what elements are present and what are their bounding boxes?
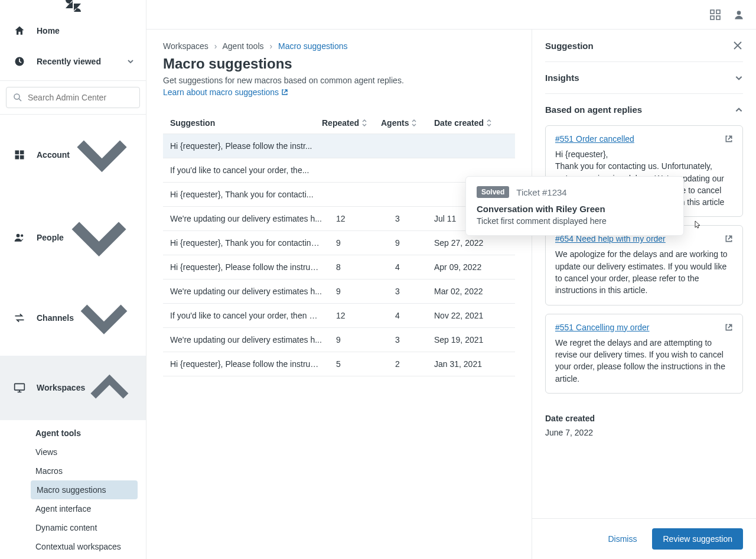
- cell-agents: [381, 141, 434, 151]
- subnav-views[interactable]: Views: [0, 443, 138, 462]
- cell-suggestion: Hi {requester}, Please follow the instr.…: [170, 141, 322, 151]
- reply-cards: #551 Order cancelledHi {requester},Thank…: [545, 125, 743, 394]
- subnav-macros[interactable]: Macros: [0, 462, 138, 480]
- table-row[interactable]: We're updating our delivery estimates h.…: [163, 280, 515, 304]
- subnav-macro-suggestions[interactable]: Macro suggestions: [31, 480, 138, 499]
- search-icon: [12, 92, 23, 103]
- sort-icon: [411, 119, 417, 127]
- search-wrap: [0, 80, 146, 115]
- search-input[interactable]: [28, 93, 133, 102]
- cell-agents: 4: [381, 262, 434, 272]
- table-row[interactable]: If you'd like to cancel your order, the.…: [163, 158, 515, 183]
- table-row[interactable]: Hi {requester}, Thank you for contacti..…: [163, 183, 515, 207]
- cell-suggestion: If you'd like to cancel your order, the.…: [170, 165, 322, 175]
- sort-icon: [486, 119, 492, 127]
- subnav-dynamic-content[interactable]: Dynamic content: [0, 518, 138, 537]
- subnav-contextual-workspaces[interactable]: Contextual workspaces: [0, 537, 138, 556]
- zendesk-logo-icon: [66, 0, 81, 12]
- svg-rect-4: [15, 155, 19, 159]
- cursor-icon: [693, 220, 702, 229]
- panel-body: Insights Based on agent replies #551 Ord…: [532, 61, 756, 518]
- cell-suggestion: We're updating our delivery estimates h.…: [170, 287, 322, 296]
- table-row[interactable]: Hi {requester}, Please follow the instru…: [163, 255, 515, 280]
- cell-suggestion: Hi {requester}, Please follow the instru…: [170, 262, 322, 272]
- panel-footer: Dismiss Review suggestion: [532, 518, 756, 559]
- panel-header: Suggestion: [532, 30, 756, 61]
- svg-rect-15: [716, 10, 720, 14]
- page-description: Get suggestions for new macros based on …: [163, 76, 515, 85]
- subnav-agent-tools[interactable]: Agent tools: [0, 424, 138, 443]
- channels-icon: [12, 310, 27, 326]
- cell-repeated: [322, 141, 381, 151]
- close-icon[interactable]: [732, 40, 743, 51]
- table-row[interactable]: Hi {requester}, Thank you for contacting…: [163, 231, 515, 255]
- main: Workspaces › Agent tools › Macro suggest…: [146, 0, 756, 559]
- sidebar-section-people[interactable]: People: [0, 194, 146, 280]
- sidebar-item-label: Recently viewed: [37, 57, 127, 66]
- breadcrumb: Workspaces › Agent tools › Macro suggest…: [163, 41, 515, 51]
- cell-agents: [381, 190, 434, 199]
- breadcrumb-sep: ›: [269, 41, 272, 51]
- svg-rect-17: [716, 16, 720, 20]
- section-label: Channels: [37, 313, 74, 323]
- table-row[interactable]: If you'd like to cancel your order, then…: [163, 304, 515, 328]
- subnav-context-panel[interactable]: Context panel: [0, 556, 138, 559]
- svg-point-6: [17, 233, 20, 237]
- svg-rect-2: [15, 150, 19, 154]
- svg-point-7: [21, 234, 23, 236]
- section-label: Account: [37, 150, 70, 160]
- panel-section-replies: Based on agent replies #551 Order cancel…: [545, 93, 743, 394]
- workspaces-icon: [12, 380, 27, 395]
- breadcrumb-sep: ›: [214, 41, 217, 51]
- sidebar-item-home[interactable]: Home: [0, 15, 146, 46]
- cell-date: Apr 09, 2022: [434, 262, 508, 272]
- user-avatar-icon[interactable]: [732, 8, 745, 21]
- logo-area: [0, 0, 146, 12]
- breadcrumb-item[interactable]: Workspaces: [163, 41, 208, 51]
- th-agents[interactable]: Agents: [381, 118, 434, 128]
- cell-repeated: 5: [322, 359, 381, 369]
- section-head-replies[interactable]: Based on agent replies: [545, 94, 743, 125]
- cell-date: [434, 141, 508, 151]
- external-link-icon: [281, 89, 288, 96]
- th-suggestion[interactable]: Suggestion: [170, 118, 322, 128]
- th-date-created[interactable]: Date created: [434, 118, 508, 128]
- external-link-icon[interactable]: [725, 135, 733, 143]
- table-row[interactable]: Hi {requester}, Please follow the instr.…: [163, 134, 515, 158]
- th-repeated[interactable]: Repeated: [322, 118, 381, 128]
- sidebar-item-recently-viewed[interactable]: Recently viewed: [0, 46, 146, 77]
- review-suggestion-button[interactable]: Review suggestion: [652, 528, 743, 550]
- cell-repeated: 8: [322, 262, 381, 272]
- sidebar-section-workspaces[interactable]: Workspaces: [0, 356, 146, 420]
- cell-agents: 3: [381, 214, 434, 223]
- chevron-up-icon: [735, 106, 743, 114]
- section-head-insights[interactable]: Insights: [545, 62, 743, 93]
- sidebar-section-account[interactable]: Account: [0, 115, 146, 194]
- table-row[interactable]: We're updating our delivery estimates h.…: [163, 207, 515, 231]
- reply-card: #551 Cancelling my orderWe regret the de…: [545, 314, 743, 394]
- search-box[interactable]: [6, 87, 140, 108]
- cell-suggestion: We're updating our delivery estimates h.…: [170, 335, 322, 344]
- svg-rect-3: [20, 150, 24, 154]
- table-row[interactable]: Hi {requester}, Please follow the instru…: [163, 352, 515, 376]
- cell-date: Sep 27, 2022: [434, 238, 508, 248]
- products-icon[interactable]: [709, 8, 722, 21]
- svg-rect-16: [711, 16, 714, 20]
- reply-ticket-link[interactable]: #551 Order cancelled: [555, 134, 634, 144]
- subnav-agent-interface[interactable]: Agent interface: [0, 499, 138, 518]
- reply-ticket-link[interactable]: #551 Cancelling my order: [555, 323, 650, 332]
- learn-link[interactable]: Learn about macro suggestions: [163, 87, 288, 97]
- cell-repeated: 9: [322, 335, 381, 344]
- table-row[interactable]: We're updating our delivery estimates h.…: [163, 328, 515, 352]
- sidebar-section-channels[interactable]: Channels: [0, 280, 146, 356]
- breadcrumb-item[interactable]: Agent tools: [222, 41, 263, 51]
- sidebar-item-label: Home: [37, 26, 134, 35]
- external-link-icon[interactable]: [725, 235, 733, 243]
- external-link-icon[interactable]: [725, 323, 733, 332]
- dismiss-button[interactable]: Dismiss: [599, 528, 645, 550]
- svg-rect-5: [20, 155, 24, 159]
- status-badge: Solved: [477, 186, 509, 198]
- section-label: Workspaces: [37, 383, 85, 392]
- cell-agents: 4: [381, 311, 434, 320]
- sidebar: Home Recently viewed Account People: [0, 0, 146, 559]
